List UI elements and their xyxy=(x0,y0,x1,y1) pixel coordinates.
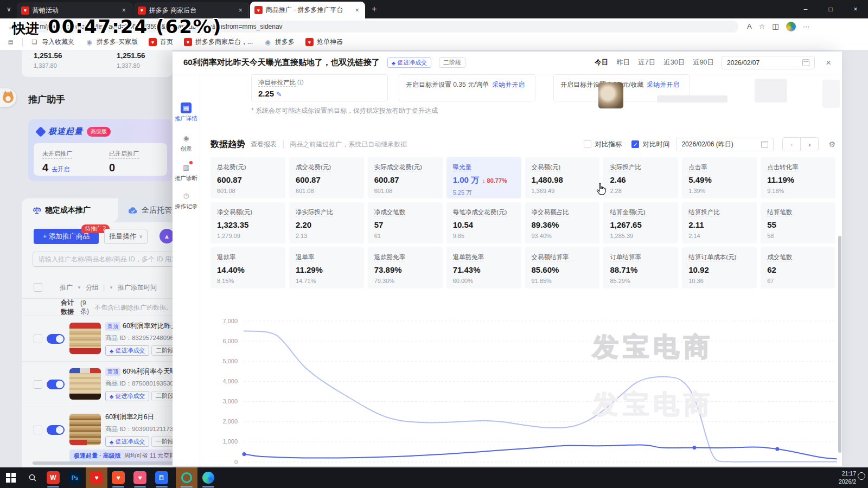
sidebar-panel-icon[interactable]: ▤ xyxy=(7,38,15,46)
trend-metric-card[interactable]: 退款豁免率 73.89% 79.30% xyxy=(368,247,443,288)
date-range-option[interactable]: 近7日 xyxy=(638,58,655,67)
tab-full-store-hosting[interactable]: 全店托管 xyxy=(118,198,172,222)
notification-icon[interactable] xyxy=(858,472,865,480)
date-picker[interactable]: 2026/02/07 xyxy=(722,56,815,69)
date-range-option[interactable]: 近90日 xyxy=(693,58,714,67)
start-button[interactable] xyxy=(3,470,18,485)
trend-metric-card[interactable]: 退单率 11.29% 14.71% xyxy=(289,247,364,288)
browser-menu-icon[interactable]: ··· xyxy=(803,22,810,30)
trend-metric-card[interactable]: 曝光量 1.00 万 ↓ 80.77% 5.25 万 xyxy=(446,157,521,198)
checkbox-unchecked[interactable] xyxy=(584,140,591,148)
next-day-button[interactable]: › xyxy=(801,138,818,151)
blue-app-icon[interactable]: 目 xyxy=(154,470,169,485)
bookmark-item[interactable]: 拼多多-买家版 xyxy=(85,37,138,47)
trend-metric-card[interactable]: 交易额(元) 1,480.98 1,369.49 xyxy=(525,157,600,198)
trend-metric-card[interactable]: 订单结算率 88.71% 85.29% xyxy=(603,247,678,288)
edit-pencil-icon[interactable]: ✎ xyxy=(276,91,282,98)
tab-search-chevron-icon[interactable]: ∨ xyxy=(7,5,11,13)
bookmark-item[interactable]: 拼多多商家后台，... xyxy=(184,37,253,47)
view-report-link[interactable]: 查看报表 xyxy=(251,140,277,149)
promotion-toggle-on[interactable] xyxy=(47,380,65,389)
product-title[interactable]: 60利润率对比昨天今天曝光直接贴地了 xyxy=(123,322,173,331)
search-input[interactable] xyxy=(37,255,173,264)
browser-tab[interactable]: ♥ 商品推广 - 拼多多推广平台 × xyxy=(250,2,365,18)
read-aloud-icon[interactable]: A xyxy=(747,22,752,30)
adopt-and-enable-link[interactable]: 采纳并开启 xyxy=(647,81,679,88)
prev-day-button[interactable]: ‹ xyxy=(783,138,801,151)
promote-type-tag[interactable]: ♣促进净成交 xyxy=(105,391,149,401)
tab-close-icon[interactable]: × xyxy=(120,7,127,14)
taskbar-search-icon[interactable] xyxy=(25,470,40,485)
trend-metric-card[interactable]: 净交易额占比 89.36% 93.40% xyxy=(525,202,600,243)
trend-metric-card[interactable]: 交易额结算率 85.60% 91.85% xyxy=(525,247,600,288)
trend-metric-card[interactable]: 实际投产比 2.46 2.28 xyxy=(603,157,678,198)
fox-mascot[interactable] xyxy=(0,88,16,107)
wps-icon[interactable]: W xyxy=(46,470,61,485)
speed-boost-row-banner[interactable]: 极速起量 · 高级版周均可省 11 元空耗推 xyxy=(69,450,173,461)
adopt-and-enable-link[interactable]: 采纳并开启 xyxy=(492,81,525,88)
close-button[interactable]: × xyxy=(843,5,868,13)
trend-metric-card[interactable]: 退款率 14.40% 8.15% xyxy=(210,247,285,288)
drawer-nav-item[interactable]: ▥ 推广诊断 xyxy=(173,162,200,182)
go-enable-link[interactable]: 去开启 xyxy=(52,165,69,174)
bookmark-item[interactable]: 导入收藏夹 xyxy=(30,37,74,47)
promotion-toggle-on[interactable] xyxy=(47,334,65,344)
trend-metric-card[interactable]: 点击率 5.49% 1.39% xyxy=(682,157,757,198)
speed-boost-banner-card[interactable]: 极速起量 高级版 未开启推广 4 去开启 已开启推广 xyxy=(28,119,173,181)
bookmark-item[interactable]: 抢单神器 xyxy=(305,37,343,47)
trend-metric-card[interactable]: 净实际投产比 2.20 2.13 xyxy=(289,202,364,243)
row-checkbox[interactable] xyxy=(34,335,42,343)
filter-icon[interactable]: ▼ xyxy=(109,285,113,290)
tab-close-icon[interactable]: × xyxy=(354,7,361,14)
new-tab-button[interactable]: + xyxy=(372,4,377,15)
trend-metric-card[interactable]: 净交易额(元) 1,323.35 1,279.09 xyxy=(210,202,285,243)
profile-avatar[interactable] xyxy=(786,22,796,31)
trend-metric-card[interactable]: 成交笔数 62 67 xyxy=(761,247,835,288)
promote-type-tag[interactable]: ♣促进净成交 xyxy=(105,345,149,356)
trend-metric-card[interactable]: 结算投产比 2.11 2.14 xyxy=(682,202,757,243)
batch-operation-button[interactable]: 批量操作∨ xyxy=(104,229,148,244)
row-checkbox[interactable] xyxy=(34,380,42,389)
trend-metric-card[interactable]: 结算金额(元) 1,267.65 1,285.39 xyxy=(603,202,678,243)
col-group[interactable]: 分组 xyxy=(86,283,99,292)
filter-icon[interactable]: ▼ xyxy=(77,285,81,290)
rocket-boost-button[interactable]: ▲ xyxy=(159,229,173,243)
product-title[interactable]: 60利润率2月6日 xyxy=(105,413,154,422)
trend-metric-card[interactable]: 成交花费(元) 600.87 601.08 xyxy=(289,157,364,198)
compare-date-picker[interactable]: 2026/02/06 (昨日) xyxy=(676,138,774,151)
drawer-scrollbar[interactable] xyxy=(838,236,841,453)
edge-icon[interactable] xyxy=(201,470,216,485)
tab-close-icon[interactable]: × xyxy=(237,7,244,14)
maximize-button[interactable]: □ xyxy=(818,5,843,13)
extensions-icon[interactable]: ◫ xyxy=(772,22,778,30)
promote-type-tag[interactable]: ♣促进净成交 xyxy=(105,436,149,447)
bookmark-item[interactable]: 拼多多 xyxy=(264,37,295,47)
trend-metric-card[interactable]: 实际成交花费(元) 600.87 601.08 xyxy=(368,157,443,198)
tab-stable-cost-promotion[interactable]: 稳定成本推广 xyxy=(22,198,118,222)
select-all-checkbox[interactable] xyxy=(34,283,42,292)
drawer-nav-item[interactable]: ◉ 创意 xyxy=(173,133,200,153)
trend-metric-card[interactable]: 结算笔数 55 58 xyxy=(761,202,835,243)
date-range-option[interactable]: 今日 xyxy=(595,58,608,67)
trend-metric-card[interactable]: 退单豁免率 71.43% 60.00% xyxy=(446,247,521,288)
browser-app-icon[interactable] xyxy=(179,470,194,485)
compare-time-toggle[interactable]: ✓ 对比时间 xyxy=(631,140,669,149)
bookmark-item[interactable]: 首页 xyxy=(149,37,173,47)
product-title[interactable]: 60%利润率今天曝光柱下跌 xyxy=(123,367,173,376)
drawer-nav-item[interactable]: ◷ 操作记录 xyxy=(173,190,200,210)
promotion-search-box[interactable] xyxy=(33,252,173,267)
trend-metric-card[interactable]: 总花费(元) 600.87 601.08 xyxy=(210,157,285,198)
col-add-time[interactable]: 推广添加时间 xyxy=(118,283,157,292)
checkbox-checked[interactable]: ✓ xyxy=(631,140,639,148)
row-checkbox[interactable] xyxy=(34,426,42,434)
date-range-option[interactable]: 昨日 xyxy=(616,58,630,67)
gear-icon[interactable]: ⚙ xyxy=(828,140,835,149)
promotion-toggle-on[interactable] xyxy=(47,425,65,435)
promote-type-badge[interactable]: ♣促进净成交 xyxy=(387,57,431,68)
add-promotion-button[interactable]: + 添加推广商品 待推广 2 xyxy=(34,229,99,244)
drawer-close-icon[interactable]: × xyxy=(826,57,831,68)
trend-metric-card[interactable]: 结算订单成本(元) 10.92 10.36 xyxy=(682,247,757,288)
compare-metric-toggle[interactable]: 对比指标 xyxy=(584,140,622,149)
info-icon[interactable]: ⓘ xyxy=(297,79,304,86)
trend-metric-card[interactable]: 点击转化率 11.19% 9.18% xyxy=(761,157,835,198)
